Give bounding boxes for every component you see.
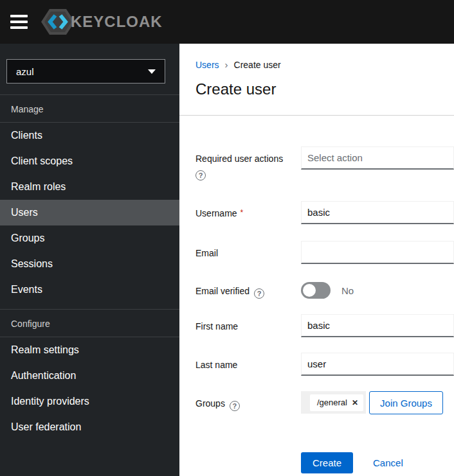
username-label: Username bbox=[195, 208, 237, 218]
last-name-label: Last name bbox=[195, 360, 237, 370]
help-icon[interactable]: ? bbox=[254, 288, 264, 299]
form-row-groups: Groups? /general ✕ Join Groups bbox=[195, 391, 454, 414]
first-name-field[interactable] bbox=[301, 314, 454, 337]
sidebar-item-authentication[interactable]: Authentication bbox=[0, 363, 179, 389]
email-verified-label: Email verified bbox=[195, 286, 250, 296]
groups-label: Groups bbox=[195, 398, 225, 409]
create-user-form: Required user actions ? Username* Email bbox=[179, 116, 454, 474]
realm-selector-value: azul bbox=[16, 66, 34, 77]
form-actions: Create Cancel bbox=[195, 451, 454, 474]
form-row-username: Username* bbox=[195, 201, 454, 224]
breadcrumb: Users › Create user bbox=[179, 44, 454, 70]
sidebar-item-groups[interactable]: Groups bbox=[0, 225, 179, 251]
email-label: Email bbox=[195, 248, 218, 258]
sidebar-item-realm-roles[interactable]: Realm roles bbox=[0, 174, 179, 200]
sidebar-item-users[interactable]: Users bbox=[0, 200, 179, 225]
realm-selector-dropdown[interactable]: azul bbox=[6, 59, 165, 84]
form-row-required-user-actions: Required user actions ? bbox=[195, 146, 454, 181]
required-user-actions-label: Required user actions bbox=[195, 154, 283, 164]
email-field[interactable] bbox=[301, 241, 454, 264]
sidebar-item-user-federation[interactable]: User federation bbox=[0, 414, 179, 440]
sidebar-item-sessions[interactable]: Sessions bbox=[0, 251, 179, 277]
email-verified-toggle[interactable] bbox=[301, 282, 331, 299]
join-groups-button[interactable]: Join Groups bbox=[369, 391, 443, 414]
first-name-label: First name bbox=[195, 321, 238, 331]
last-name-field[interactable] bbox=[301, 353, 454, 376]
help-icon[interactable]: ? bbox=[230, 401, 240, 411]
nav-section-manage: Manage bbox=[0, 95, 179, 122]
keycloak-logo: KEYCLOAK bbox=[41, 8, 163, 36]
sidebar-item-realm-settings[interactable]: Realm settings bbox=[0, 337, 179, 363]
breadcrumb-current: Create user bbox=[234, 60, 281, 70]
caret-down-icon bbox=[148, 69, 156, 74]
main-content: Users › Create user Create user Required… bbox=[179, 44, 454, 476]
breadcrumb-link-users[interactable]: Users bbox=[195, 60, 219, 70]
breadcrumb-separator-icon: › bbox=[225, 59, 228, 70]
brand-name: KEYCLOAK bbox=[71, 13, 163, 31]
username-field[interactable] bbox=[301, 201, 454, 224]
email-verified-state: No bbox=[341, 285, 354, 296]
sidebar: azul Manage Clients Client scopes Realm … bbox=[0, 44, 179, 476]
group-chip: /general ✕ bbox=[310, 394, 363, 411]
required-asterisk: * bbox=[241, 208, 244, 217]
sidebar-item-identity-providers[interactable]: Identity providers bbox=[0, 389, 179, 414]
form-row-email-verified: Email verified? No bbox=[195, 279, 454, 302]
form-row-email: Email bbox=[195, 241, 454, 264]
app-header: KEYCLOAK bbox=[0, 0, 454, 44]
page-title: Create user bbox=[195, 80, 454, 99]
required-user-actions-select[interactable] bbox=[301, 146, 454, 170]
groups-chip-group: /general ✕ bbox=[301, 391, 366, 414]
sidebar-item-client-scopes[interactable]: Client scopes bbox=[0, 148, 179, 174]
form-row-last-name: Last name bbox=[195, 353, 454, 376]
group-chip-label: /general bbox=[317, 398, 347, 407]
sidebar-item-events[interactable]: Events bbox=[0, 277, 179, 303]
help-icon[interactable]: ? bbox=[195, 170, 206, 181]
cancel-link[interactable]: Cancel bbox=[373, 457, 403, 468]
sidebar-item-clients[interactable]: Clients bbox=[0, 123, 179, 148]
toggle-knob bbox=[303, 284, 316, 297]
nav-section-configure: Configure bbox=[0, 310, 179, 337]
nav-toggle-hamburger-icon[interactable] bbox=[10, 12, 28, 32]
form-row-first-name: First name bbox=[195, 314, 454, 337]
create-button[interactable]: Create bbox=[301, 452, 353, 473]
chip-remove-icon[interactable]: ✕ bbox=[352, 399, 358, 407]
keycloak-hexagon-icon bbox=[41, 8, 75, 36]
